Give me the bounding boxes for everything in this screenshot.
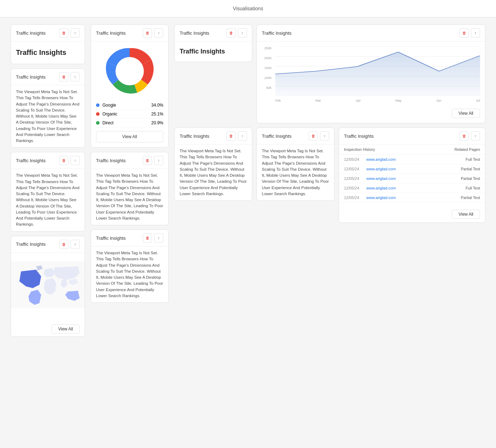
legend-organic-percent: 25.1% [151,112,163,117]
inspection-view-all-btn[interactable]: View All [452,210,480,219]
row4-date: 12/05/24 [344,195,363,200]
column-1: Traffic Insights 🗑 ↑ Traffic Insights Tr… [11,24,85,337]
table-row[interactable]: 12/05/24 www.ariglad.com Partial Test [339,174,485,183]
row3-url[interactable]: www.ariglad.com [366,186,463,190]
table-row[interactable]: 12/05/24 www.ariglad.com Partial Test [339,193,485,203]
legend-row-direct: Direct 20.9% [96,119,163,127]
col1-card1-share-btn[interactable]: ↑ [71,72,80,81]
legend-direct-label: Direct [102,120,113,125]
row2-type: Partial Test [461,176,480,181]
y-label-1: 200K [262,56,272,60]
line-delete-btn[interactable]: 🗑 [460,28,469,38]
legend-organic-label: Organic [102,112,117,117]
table-col2-header: Related Pages [455,147,480,152]
donut-card-title: Traffic Insights [96,30,126,36]
big-title-card: Traffic Insights 🗑 ↑ Traffic Insights [11,24,85,64]
donut-delete-btn[interactable]: 🗑 [143,28,152,38]
y-label-4: 50K [262,86,272,90]
big-title-card-actions: 🗑 ↑ [59,28,80,38]
center-text-card-1-text: The Viewport Meta Tag Is Not Set. This T… [91,169,168,225]
center-text-card-2-text: The Viewport Meta Tag Is Not Set. This T… [91,246,168,302]
donut-section: Google 34.0% Organic 25.1% Direct [91,41,168,147]
row4-url[interactable]: www.ariglad.com [366,195,458,200]
donut-share-btn[interactable]: ↑ [154,28,163,38]
row2-url[interactable]: www.ariglad.com [366,176,458,181]
donut-card: Traffic Insights 🗑 ↑ [91,24,169,148]
ctc1-share-btn[interactable]: ↑ [154,156,163,165]
map-card-actions: 🗑 ↑ [59,240,80,249]
map-card-title: Traffic Insights [16,242,46,247]
col1-card2-share-btn[interactable]: ↑ [71,156,80,165]
legend-direct-percent: 20.9% [151,120,163,125]
inspection-delete-btn[interactable]: 🗑 [460,131,469,141]
rtc1-share-btn[interactable]: ↑ [238,131,247,141]
line-share-btn[interactable]: ↑ [471,28,480,38]
ctc2-share-btn[interactable]: ↑ [154,233,163,243]
row0-url[interactable]: www.ariglad.com [366,157,463,161]
scc-delete-btn[interactable]: 🗑 [226,28,236,38]
table-row[interactable]: 12/05/24 www.ariglad.com Partial Test [339,164,485,174]
donut-view-all-btn[interactable]: View All [96,131,163,142]
world-map-svg [11,253,85,317]
inspection-card: Traffic Insights 🗑 ↑ Inspection History … [339,127,485,223]
donut-svg [105,46,154,96]
col1-card1-delete-btn[interactable]: 🗑 [59,72,68,81]
rtc1-actions: 🗑 ↑ [226,131,247,141]
small-center-big-title: Traffic Insights [180,48,247,55]
page-title: Visualisations [0,0,496,17]
y-label-3: 100K [262,76,272,80]
table-col1-header: Inspection History [344,147,375,152]
line-chart-body: 250K 200K 150K 100K 50K [257,41,485,123]
donut-card-actions: 🗑 ↑ [143,28,163,38]
inspection-card-title: Traffic Insights [344,134,374,139]
legend-row-google: Google 34.0% [96,101,163,110]
map-body [11,253,85,318]
inspection-share-btn[interactable]: ↑ [471,131,480,141]
ctc2-delete-btn[interactable]: 🗑 [143,233,152,243]
col1-text-card-2: Traffic Insights 🗑 ↑ The Viewport Meta T… [11,152,85,231]
map-view-all-btn[interactable]: View All [51,324,80,334]
center-text-card-1: Traffic Insights 🗑 ↑ The Viewport Meta T… [91,152,169,225]
center-text-card-1-title: Traffic Insights [96,158,126,163]
line-chart-svg [275,46,480,96]
direct-dot [96,121,100,125]
row1-date: 12/05/24 [344,167,363,171]
svg-point-1 [115,57,144,85]
rtc2-share-btn[interactable]: ↑ [320,131,329,141]
small-center-card-actions: 🗑 ↑ [226,28,247,38]
table-row[interactable]: 12/05/24 www.ariglad.com Full Test [339,155,485,164]
center-text-card-2-actions: 🗑 ↑ [143,233,163,243]
y-label-0: 250K [262,46,272,50]
line-chart-title: Traffic Insights [262,30,292,36]
col1-card2-delete-btn[interactable]: 🗑 [59,156,68,165]
y-label-2: 150K [262,66,272,70]
map-share-btn[interactable]: ↑ [71,240,80,249]
map-delete-btn[interactable]: 🗑 [59,240,68,249]
line-view-all-btn[interactable]: View All [452,109,480,118]
x-label-5: Jul [476,99,480,102]
small-center-card: Traffic Insights 🗑 ↑ Traffic Insights [174,24,252,62]
inspection-table: Inspection History Related Pages 12/05/2… [339,144,485,222]
rtc2-delete-btn[interactable]: 🗑 [309,131,318,141]
rtc1-text: The Viewport Meta Tag Is Not Set. This T… [175,144,252,200]
rtc1-delete-btn[interactable]: 🗑 [226,131,236,141]
ctc1-delete-btn[interactable]: 🗑 [143,156,152,165]
google-dot [96,103,100,107]
col1-text-card-2-text: The Viewport Meta Tag Is Not Set. This T… [11,169,85,231]
col1-text-card-2-title: Traffic Insights [16,158,46,163]
row1-url[interactable]: www.ariglad.com [366,167,458,171]
x-label-4: Jun [436,99,441,102]
rtc1-title: Traffic Insights [180,134,209,139]
map-card: Traffic Insights 🗑 ↑ [11,236,85,337]
center-text-card-2: Traffic Insights 🗑 ↑ The Viewport Meta T… [91,229,169,303]
table-row[interactable]: 12/05/24 www.ariglad.com Full Test [339,183,485,193]
row3-date: 12/05/24 [344,186,363,190]
scc-share-btn[interactable]: ↑ [238,28,247,38]
big-title-share-btn[interactable]: ↑ [71,28,80,38]
big-title-delete-btn[interactable]: 🗑 [59,28,68,38]
line-chart-actions: 🗑 ↑ [460,28,480,38]
x-label-2: Apr [356,99,361,102]
center-text-card-1-actions: 🗑 ↑ [143,156,163,165]
center-text-card-2-title: Traffic Insights [96,236,126,241]
row3-type: Full Test [466,186,480,190]
